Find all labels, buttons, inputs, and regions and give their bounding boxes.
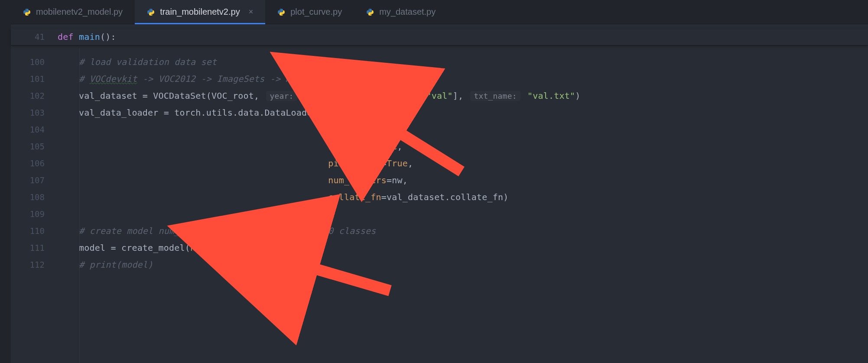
tab-bar: mobilenetv2_model.py train_mobilenetv2.p… — [11, 0, 868, 24]
tab-train-mobilenetv2[interactable]: train_mobilenetv2.py × — [135, 0, 265, 24]
code-line[interactable]: 111 model = create_model(num_classes=3) — [11, 239, 868, 256]
line-number: 105 — [11, 142, 58, 151]
line-number: 101 — [11, 74, 58, 84]
code-line[interactable]: 101 # VOCdevkit -> VOC2012 -> ImageSets … — [11, 70, 868, 87]
code-text: # create model num_classes equal backgro… — [58, 226, 868, 236]
activity-bar — [0, 0, 11, 363]
code-line[interactable]: 110 # create model num_classes equal bac… — [11, 222, 868, 239]
code-text: shuffle=False, — [58, 141, 868, 152]
code-line[interactable]: 103 val_data_loader = torch.utils.data.D… — [11, 104, 868, 121]
tab-my-dataset[interactable]: my_dataset.py — [354, 0, 448, 24]
code-editor[interactable]: 41 def main(): 100 # load validation dat… — [11, 24, 868, 363]
tab-label: mobilenetv2_model.py — [36, 7, 123, 17]
code-line[interactable]: 108 collate_fn=val_dataset.collate_fn) — [11, 188, 868, 205]
code-text: # VOCdevkit -> VOC2012 -> ImageSets -> M… — [58, 74, 868, 84]
tab-mobilenetv2-model[interactable]: mobilenetv2_model.py — [11, 0, 135, 24]
indent-guide — [79, 48, 80, 363]
python-icon — [366, 8, 374, 16]
sticky-scroll-line[interactable]: 41 def main(): — [11, 29, 868, 45]
line-number: 106 — [11, 159, 58, 168]
code-text: num_workers=nw, — [58, 175, 868, 185]
tab-label: train_mobilenetv2.py — [160, 7, 240, 17]
code-line[interactable]: 100 # load validation data set — [11, 53, 868, 70]
line-number: 100 — [11, 57, 58, 67]
code-text: # load validation data set — [58, 57, 868, 67]
line-number: 109 — [11, 209, 58, 219]
code-text: batch_size=1, — [58, 124, 868, 135]
python-icon — [23, 8, 31, 16]
code-line[interactable]: 107 num_workers=nw, — [11, 172, 868, 188]
code-text: # print(model) — [58, 259, 868, 270]
line-number: 107 — [11, 175, 58, 185]
close-icon[interactable]: × — [249, 7, 254, 16]
line-number: 41 — [11, 32, 58, 42]
line-number: 102 — [11, 91, 58, 100]
line-number: 108 — [11, 192, 58, 202]
python-icon — [277, 8, 285, 16]
line-number: 103 — [11, 108, 58, 117]
code-text: model = create_model(num_classes=3) — [58, 243, 868, 253]
tab-label: my_dataset.py — [379, 7, 436, 17]
code-line[interactable]: 104 batch_size=1, — [11, 121, 868, 138]
editor: mobilenetv2_model.py train_mobilenetv2.p… — [11, 0, 868, 363]
tab-plot-curve[interactable]: plot_curve.py — [265, 0, 354, 24]
code-line[interactable]: 102 val_dataset = VOCDataSet(VOC_root, y… — [11, 87, 868, 104]
code-text: collate_fn=val_dataset.collate_fn) — [58, 192, 868, 202]
line-number: 104 — [11, 125, 58, 134]
code-text: val_dataset = VOCDataSet(VOC_root, year:… — [58, 91, 868, 101]
line-number: 111 — [11, 243, 58, 253]
tab-label: plot_curve.py — [290, 7, 342, 17]
line-number: 112 — [11, 260, 58, 269]
code-line[interactable]: 105 shuffle=False, — [11, 138, 868, 155]
inlay-hint: txt_name: — [470, 91, 520, 101]
code-line[interactable]: 106 pin_memory=True, — [11, 155, 868, 172]
code-line[interactable]: 109 — [11, 205, 868, 222]
code-line[interactable]: 112 # print(model) — [11, 256, 868, 273]
code-text: def main(): — [58, 32, 868, 42]
code-text: pin_memory=True, — [58, 158, 868, 169]
python-icon — [147, 8, 155, 16]
code-text: val_data_loader = torch.utils.data.DataL… — [58, 107, 868, 118]
inlay-hint: year: — [266, 91, 297, 101]
line-number: 110 — [11, 226, 58, 236]
